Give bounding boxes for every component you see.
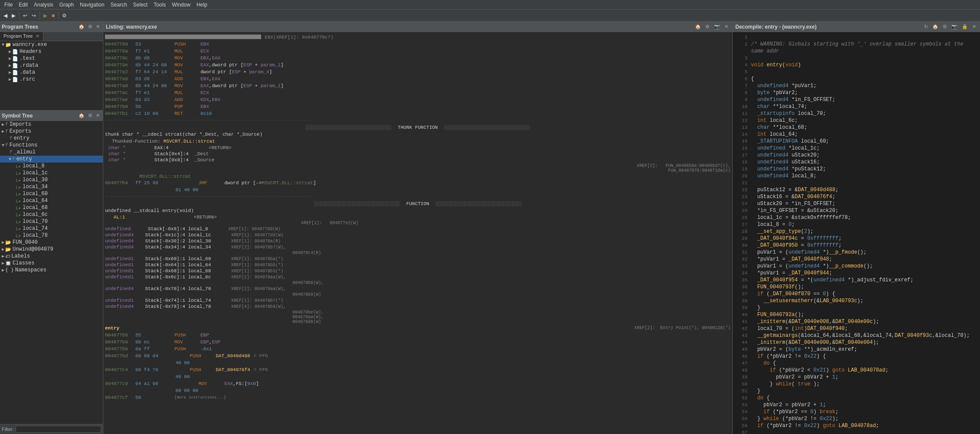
tree-item-headers[interactable]: ▶ 📄 Headers — [0, 48, 103, 55]
asm-entry-mov-ebp-esp[interactable]: 004077b9 8b ec MOV EBP,ESP — [103, 339, 732, 346]
menu-select[interactable]: Select — [131, 1, 150, 9]
decompiler-icon-refresh[interactable]: ↻ — [923, 23, 929, 30]
tree-item-namespaces[interactable]: ▶ { } Namespaces — [0, 267, 103, 274]
tree-item-wanncry[interactable]: ▼ 📁 wanncry.exe — [0, 41, 103, 48]
asm-line-004077a8[interactable]: 004077a8 8b 44 24 08 MOV EAX,dword ptr [… — [103, 82, 732, 89]
listing-icon-close[interactable]: ✕ — [723, 23, 730, 30]
decomp-line-55: 55 } while (*pbVar2 != 0x22); — [733, 415, 980, 422]
tree-item-local-78[interactable]: L▸ local_78 — [0, 232, 103, 239]
tree-item-data[interactable]: ▶ 📄 .data — [0, 69, 103, 76]
tree-icon-local-78: L▸ — [16, 233, 21, 238]
panel-icon-home[interactable]: 🏠 — [77, 23, 86, 30]
tree-item-exports[interactable]: ▶ f Exports — [0, 128, 103, 135]
decompiler-icon-settings[interactable]: ⚙ — [941, 23, 948, 30]
tree-item-labels[interactable]: ▶ 🏷 Labels — [0, 253, 103, 260]
asm-entry-push-ebp[interactable]: 004077b8 55 PUSH EBP — [103, 332, 732, 339]
toolbar-run[interactable]: ▶ — [42, 11, 49, 20]
toolbar-redo[interactable]: ↪ — [30, 11, 38, 20]
tree-item-text[interactable]: ▶ 📄 .text — [0, 55, 103, 62]
asm-line-004077ae[interactable]: 004077ae 03 d3 ADD EDX,EBX — [103, 96, 732, 103]
symbol-close-btn[interactable]: ✕ — [95, 112, 101, 119]
asm-line-004077ac[interactable]: 004077ac f7 e1 MUL ECX — [103, 89, 732, 96]
menu-navigation[interactable]: Navigation — [77, 1, 107, 9]
asm-line-004077a6[interactable]: 004077a6 03 d8 ADD EBX,EAX — [103, 75, 732, 82]
program-tree-view[interactable]: ▼ 📁 wanncry.exe ▶ 📄 Headers ▶ 📄 .text ▶ … — [0, 41, 103, 111]
tree-item-local-64[interactable]: L▸ local_64 — [0, 197, 103, 204]
line-num-25: 25 — [734, 207, 747, 214]
tab-program-tree[interactable]: Program Tree ✕ — [0, 32, 43, 41]
line-num-52: 52 — [734, 395, 747, 401]
decomp-line-8: 8 byte *pbVar2; — [733, 89, 980, 96]
menu-tools[interactable]: Tools — [151, 1, 168, 9]
listing-icon-home[interactable]: 🏠 — [694, 23, 702, 30]
asm-entry-push-dat1[interactable]: 004077bd 68 88 d4 40 00 PUSH DAT_0040d48… — [103, 352, 732, 366]
asm-entry-push-dat2[interactable]: 004077c4 68 f4 76 40 00 PUSH DAT_004076f… — [103, 366, 732, 380]
decomp-line-50: 50 } while( true ); — [733, 381, 980, 388]
tree-label-local-30: local_30 — [23, 177, 48, 183]
mnem-mov-1: MOV — [174, 55, 200, 62]
tree-item-rsrc[interactable]: ▶ 📄 .rsrc — [0, 76, 103, 83]
tree-label-local-68: local_68 — [23, 205, 48, 211]
menu-window[interactable]: Window — [169, 1, 193, 9]
asm-entry-mov-eax-fs[interactable]: 004077c9 64 a1 00 00 00 00 MOV EAX,FS:[0… — [103, 380, 732, 394]
asm-line-004077a2[interactable]: 004077a2 f7 64 24 14 MUL dword ptr [ESP … — [103, 69, 732, 75]
symbol-icon-settings[interactable]: ⚙ — [87, 112, 94, 119]
tree-item-fun-0040[interactable]: ▶ 📂 FUN_0040 — [0, 239, 103, 246]
tab-program-tree-close[interactable]: ✕ — [36, 33, 39, 39]
asm-line-004077b0[interactable]: 004077b0 5b POP EBX — [103, 103, 732, 110]
toolbar-back[interactable]: ◀ — [2, 11, 9, 20]
tree-arrow-fun-0040: ▶ — [2, 240, 4, 245]
code-area[interactable]: ████████████████████████████████████████… — [103, 32, 732, 434]
asm-line-0040779a[interactable]: 0040779a f7 e1 MUL ECX — [103, 48, 732, 55]
tree-item-local-68[interactable]: L▸ local_68 — [0, 204, 103, 211]
decompiler-close-btn[interactable]: ✕ — [971, 23, 977, 30]
tree-item-entry[interactable]: ▼ f entry — [0, 156, 103, 163]
asm-line-004077b4[interactable]: 004077b4 ff 25 90 81 40 00 JMP dword ptr… — [103, 179, 732, 193]
asm-push-eax[interactable]: 004077cf 50 [more instructions...] — [103, 394, 732, 401]
decompiler-icon-snapshot[interactable]: 📷 — [950, 23, 959, 30]
toolbar-stop[interactable]: ■ — [50, 11, 56, 20]
listing-icon-snapshot[interactable]: 📷 — [713, 23, 721, 30]
tree-item-classes[interactable]: ▶ 🔲 Classes — [0, 260, 103, 267]
tree-item-local-74[interactable]: L▸ local_74 — [0, 225, 103, 232]
panel-icon-settings[interactable]: ⚙ — [87, 23, 94, 30]
menu-analysis[interactable]: Analysis — [31, 1, 56, 9]
right-panel: Decompile: entry - (wanncry.exe) ↻ 🏠 ⚙ 📷… — [733, 22, 980, 434]
toolbar-undo[interactable]: ↩ — [21, 11, 29, 20]
tree-item-local-30[interactable]: L▸ local_30 — [0, 176, 103, 183]
tree-item-imports[interactable]: ▶ f Imports — [0, 121, 103, 128]
symbol-tree-view[interactable]: ▶ f Imports ▶ f Exports f entry ▼ f Func… — [0, 121, 103, 424]
asm-line-004077b1[interactable]: 004077b1 c2 10 00 RET 0x10 — [103, 110, 732, 117]
symbol-icon-home[interactable]: 🏠 — [77, 112, 86, 119]
tree-item-local-8[interactable]: L▸ local_8 — [0, 163, 103, 170]
menu-file[interactable]: File — [2, 1, 15, 9]
tree-icon-local-34: L▸ — [16, 184, 21, 190]
asm-entry-push-ff[interactable]: 004077bb 6a ff PUSH -0x1 — [103, 346, 732, 352]
menu-edit[interactable]: Edit — [16, 1, 30, 9]
tree-item-local-70[interactable]: L▸ local_70 — [0, 218, 103, 225]
menu-help[interactable]: Help — [194, 1, 210, 9]
toolbar-forward[interactable]: ▶ — [10, 11, 17, 20]
asm-line-0040779c[interactable]: 0040779c 8b d8 MOV EBX,EAX — [103, 55, 732, 62]
menu-graph[interactable]: Graph — [57, 1, 76, 9]
listing-icon-settings[interactable]: ⚙ — [704, 23, 711, 30]
decompiler-icon-home[interactable]: 🏠 — [931, 23, 940, 30]
tree-item-local-34[interactable]: L▸ local_34 — [0, 183, 103, 190]
menu-search[interactable]: Search — [108, 1, 130, 9]
asm-line-00407799[interactable]: 00407799 53 PUSH EBX — [103, 41, 732, 48]
filter-input[interactable] — [16, 426, 102, 433]
toolbar-options[interactable]: ⚙ — [60, 11, 69, 20]
decompiler-icon-lock[interactable]: 🔒 — [960, 23, 969, 30]
asm-line-0040779e[interactable]: 0040779e 8b 44 24 08 MOV EAX,dword ptr [… — [103, 62, 732, 69]
decompiler-area[interactable]: 1 2 /* WARNING: Globals starting with '_… — [733, 32, 980, 434]
tree-item-functions[interactable]: ▼ f Functions — [0, 142, 103, 149]
tree-icon-namespaces: { } — [5, 268, 14, 273]
tree-item-rdata[interactable]: ▶ 📄 .rdata — [0, 62, 103, 69]
tree-item-local-1c[interactable]: L▸ local_1c — [0, 170, 103, 176]
tree-item-local-6c[interactable]: L▸ local_6c — [0, 211, 103, 218]
panel-close-btn[interactable]: ✕ — [95, 23, 101, 30]
tree-item-local-60[interactable]: L▸ local_60 — [0, 190, 103, 197]
tree-item-unwind[interactable]: ▶ 📂 Unwind@004079 — [0, 246, 103, 253]
tree-item-allmul[interactable]: f _allmul — [0, 149, 103, 156]
tree-item-exports-entry[interactable]: f entry — [0, 135, 103, 142]
